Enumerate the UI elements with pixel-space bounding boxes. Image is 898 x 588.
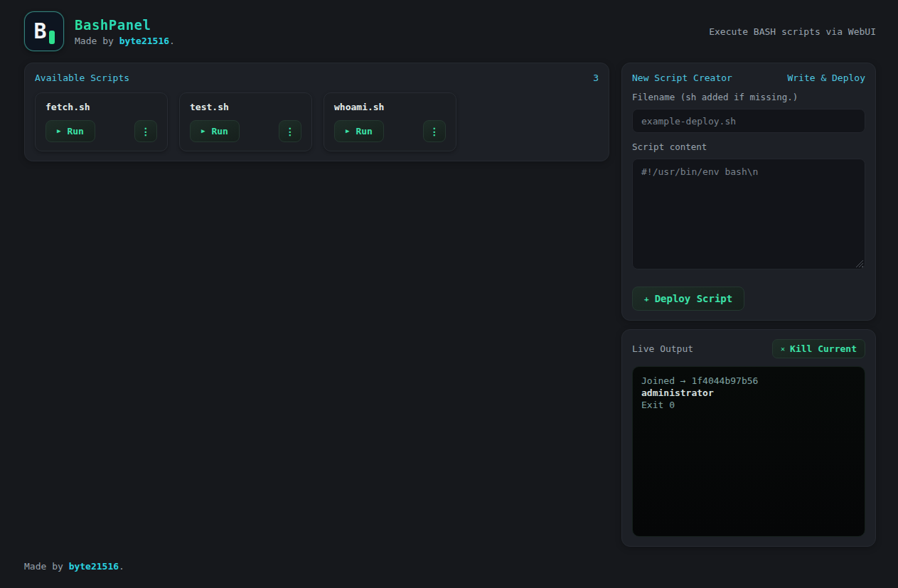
logo-letter: B	[33, 21, 46, 42]
deploy-script-button[interactable]: + Deploy Script	[632, 287, 744, 311]
script-card-test: test.sh ▶ Run ⋮	[179, 92, 312, 151]
creator-panel-subtitle: Write & Deploy	[787, 73, 865, 83]
scripts-count-badge: 3	[593, 73, 599, 83]
script-name: test.sh	[190, 102, 301, 112]
terminal-output[interactable]: Joined → 1f4044b97b56 administrator Exit…	[632, 366, 865, 537]
script-menu-button[interactable]: ⋮	[134, 120, 157, 142]
deploy-label: Deploy Script	[655, 293, 733, 304]
run-label: Run	[356, 126, 372, 137]
script-cards: fetch.sh ▶ Run ⋮ test.sh ▶ Run	[35, 92, 599, 151]
output-panel-header: Live Output ✕ Kill Current	[632, 339, 865, 358]
footer-prefix: Made by	[24, 561, 69, 572]
script-content-label: Script content	[632, 141, 865, 152]
play-icon: ▶	[57, 128, 60, 134]
script-creator-panel: New Script Creator Write & Deploy Filena…	[621, 63, 876, 321]
filename-input[interactable]	[632, 109, 865, 133]
app-header: B BashPanel Made by byte21516. Execute B…	[0, 0, 898, 63]
run-button[interactable]: ▶ Run	[334, 120, 384, 142]
close-icon: ✕	[781, 345, 785, 353]
card-actions: ▶ Run ⋮	[46, 120, 157, 142]
live-output-panel: Live Output ✕ Kill Current Joined → 1f40…	[621, 329, 876, 547]
run-label: Run	[211, 126, 228, 137]
script-name: whoami.sh	[334, 102, 446, 112]
app-tagline: Execute BASH scripts via WebUI	[709, 26, 876, 37]
author-link[interactable]: byte21516	[119, 36, 169, 46]
plus-icon: +	[644, 294, 649, 304]
script-content-wrap	[632, 159, 865, 269]
script-card-whoami: whoami.sh ▶ Run ⋮	[324, 92, 456, 151]
terminal-line: administrator	[641, 387, 856, 399]
kill-label: Kill Current	[790, 343, 857, 354]
scripts-panel-header: Available Scripts 3	[35, 73, 599, 83]
run-button[interactable]: ▶ Run	[46, 120, 95, 142]
creator-panel-title: New Script Creator	[632, 73, 732, 83]
script-menu-button[interactable]: ⋮	[279, 120, 301, 142]
script-content-textarea[interactable]	[632, 159, 865, 269]
script-menu-button[interactable]: ⋮	[423, 120, 446, 142]
kill-current-button[interactable]: ✕ Kill Current	[772, 339, 865, 358]
filename-label: Filename (sh added if missing.)	[632, 92, 865, 102]
page-title: BashPanel	[75, 17, 175, 33]
play-icon: ▶	[201, 128, 205, 134]
script-name: fetch.sh	[46, 102, 157, 112]
page-subtitle: Made by byte21516.	[75, 36, 175, 46]
subtitle-prefix: Made by	[75, 36, 119, 46]
scripts-panel-title: Available Scripts	[35, 73, 129, 83]
output-panel-title: Live Output	[632, 343, 693, 354]
app-logo: B	[24, 11, 64, 51]
terminal-line: Exit 0	[641, 399, 856, 411]
subtitle-suffix: .	[169, 36, 175, 46]
page-footer: Made by byte21516.	[0, 561, 898, 588]
right-column: New Script Creator Write & Deploy Filena…	[621, 63, 876, 547]
card-actions: ▶ Run ⋮	[190, 120, 301, 142]
terminal-line: Joined → 1f4044b97b56	[641, 375, 856, 387]
footer-suffix: .	[119, 561, 124, 572]
logo-bar-icon	[49, 31, 55, 44]
footer-author-link[interactable]: byte21516	[69, 561, 119, 572]
main-content: Available Scripts 3 fetch.sh ▶ Run ⋮ tes…	[0, 63, 898, 547]
run-button[interactable]: ▶ Run	[190, 120, 240, 142]
play-icon: ▶	[346, 128, 349, 134]
kebab-icon: ⋮	[285, 126, 295, 137]
title-block: BashPanel Made by byte21516.	[75, 17, 175, 46]
kebab-icon: ⋮	[141, 126, 151, 137]
script-card-fetch: fetch.sh ▶ Run ⋮	[35, 92, 168, 151]
creator-panel-header: New Script Creator Write & Deploy	[632, 73, 865, 83]
kebab-icon: ⋮	[429, 126, 439, 137]
card-actions: ▶ Run ⋮	[334, 120, 446, 142]
available-scripts-panel: Available Scripts 3 fetch.sh ▶ Run ⋮ tes…	[24, 63, 609, 161]
run-label: Run	[67, 126, 83, 137]
